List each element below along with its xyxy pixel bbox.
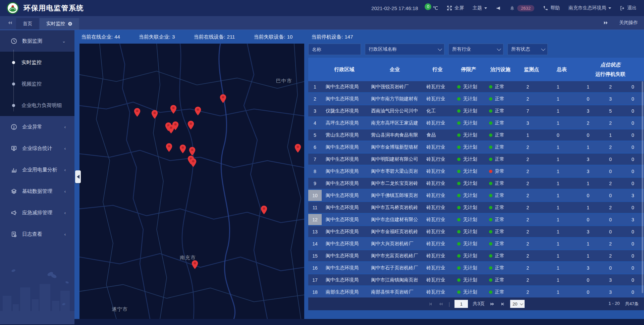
sidebar-item-emergency-reduction[interactable]: 应急减排管理 ‹ <box>0 202 74 223</box>
cell-pollution-facility: 正常 <box>484 214 516 225</box>
map-pin-icon[interactable] <box>261 205 268 215</box>
cell-industry: 砖瓦行业 <box>422 238 452 249</box>
sidebar-item-power-usage-analysis[interactable]: 企业用电量分析 ‹ <box>0 159 74 180</box>
sidebar-item-realtime-monitor[interactable]: 实时监控 <box>0 52 74 73</box>
map-pin-icon[interactable] <box>166 143 173 152</box>
cell-disconnected: 0 <box>622 154 644 165</box>
industry-filter-select[interactable]: 所有行业 <box>448 44 503 55</box>
table-row[interactable]: 14 阆中生态环境局 阆中大兴页岩机砖厂 砖瓦行业 无计划 正常 2 1 1 2… <box>308 238 644 249</box>
table-row[interactable]: 15 阆中生态环境局 阆中市光富页岩机砖厂 砖瓦行业 无计划 正常 2 1 1 … <box>308 250 644 261</box>
name-filter-input[interactable] <box>308 44 361 55</box>
table-row[interactable]: 1 阆中生态环境局 阆中强锐页岩砖厂 砖瓦行业 无计划 正常 2 1 1 2 0 <box>308 81 644 92</box>
phone-icon <box>543 6 548 11</box>
cell-limit-production: 无计划 <box>452 202 484 213</box>
speaker-muted-icon <box>496 6 501 11</box>
tabs-scroll-left-button[interactable] <box>7 20 13 25</box>
pagination-bar: | 共3页 20 1 - 20 共47条 <box>308 297 644 310</box>
table-row[interactable]: 10 阆中生态环境局 阆中千佛镇五郎垭页岩 砖瓦行业 无计划 正常 2 1 0 … <box>308 190 644 201</box>
tabs-scroll-right-button[interactable] <box>603 20 608 25</box>
fullscreen-button[interactable]: 全屏 <box>447 5 464 11</box>
sidebar-collapse-handle[interactable] <box>75 170 81 183</box>
table-row[interactable]: 17 阆中生态环境局 阆中市江南镇阆南页岩 砖瓦行业 无计划 正常 2 1 0 … <box>308 274 644 285</box>
sidebar-nav: 数据监测 ⌄ 实时监控 视频监控 企业电力负荷明细 企业异常 ‹ 企业综合统计 … <box>0 30 74 324</box>
status-filter-select[interactable]: 所有状态 <box>507 44 548 55</box>
map-pin-icon[interactable] <box>195 106 202 116</box>
sidebar-item-data-monitoring[interactable]: 数据监测 ⌄ <box>0 30 74 52</box>
cell-limit-production: 无计划 <box>452 178 484 189</box>
limit-status-dot <box>457 85 461 89</box>
sidebar-item-log-view[interactable]: 日志查看 ‹ <box>0 223 74 245</box>
chevron-down-icon <box>608 7 611 9</box>
double-chevron-right-icon <box>603 20 608 25</box>
logout-button[interactable]: 退出 <box>620 5 637 11</box>
map-pin-icon[interactable] <box>170 105 177 114</box>
cell-stopped: 0 <box>599 190 622 201</box>
logout-icon <box>620 6 625 11</box>
cell-district: 阆中生态环境局 <box>322 202 367 213</box>
cell-limit-production: 无计划 <box>452 190 484 201</box>
table-row[interactable]: 5 营山生态环境局 营山县润丰肉食品有限 食品 无计划 正常 1 0 0 1 0 <box>308 129 644 141</box>
table-row[interactable]: 16 阆中生态环境局 阆中市石子页岩机砖厂 砖瓦行业 无计划 正常 2 1 3 … <box>308 262 644 273</box>
map-pin-icon[interactable] <box>133 107 141 117</box>
table-row[interactable]: 12 阆中生态环境局 阆中市忠信建材有限公 砖瓦行业 无计划 正常 2 1 0 … <box>308 214 644 225</box>
map-pin-icon[interactable] <box>179 144 186 154</box>
table-row[interactable]: 6 阆中生态环境局 阆中市金博瑞新型墙材 砖瓦行业 无计划 正常 2 1 1 2… <box>308 142 644 153</box>
temperature-value: 0 <box>425 3 431 10</box>
tab-realtime-monitor[interactable]: 实时监控 <box>40 18 79 30</box>
table-row[interactable]: 7 阆中生态环境局 阆中明阳建材有限公司 砖瓦行业 无计划 正常 2 1 3 0… <box>308 154 644 165</box>
cell-limit-production: 无计划 <box>452 226 484 237</box>
tab-home[interactable]: 首页 <box>16 18 39 30</box>
map-pin-icon[interactable] <box>191 260 198 270</box>
map-pin-icon[interactable] <box>187 120 195 130</box>
next-page-button[interactable] <box>489 302 495 306</box>
organization-menu-button[interactable]: 南充市生态环境局 <box>569 5 611 11</box>
row-number: 3 <box>308 105 322 116</box>
cell-company: 阆中市金福旺页岩机砖 <box>367 226 422 237</box>
cell-district: 高坪生态环境局 <box>322 117 367 128</box>
map-panel[interactable]: 巴中市南充市遂宁市 <box>79 44 304 319</box>
status-item: 当前在线设备:211 <box>194 34 235 40</box>
map-pin-icon[interactable] <box>190 158 197 168</box>
table-row[interactable]: 4 高坪生态环境局 南充市高坪区王家店建 砖瓦行业 无计划 正常 3 1 2 2… <box>308 117 644 128</box>
sidebar-item-video-monitor[interactable]: 视频监控 <box>0 73 74 95</box>
page-number-input[interactable] <box>454 300 468 308</box>
table-row[interactable]: 18 南部生态环境局 南部县恒丰页岩砖厂 砖瓦行业 无计划 正常 2 1 0 3… <box>308 286 644 297</box>
limit-status-dot <box>457 97 461 101</box>
table-row[interactable]: 11 阆中生态环境局 阆中市五马桥页岩机砖 砖瓦行业 无计划 正常 2 1 1 … <box>308 202 644 213</box>
sidebar-item-enterprise-abnormal[interactable]: 企业异常 ‹ <box>0 116 74 138</box>
cell-monitor-points: 2 <box>517 274 547 285</box>
last-page-button[interactable] <box>500 302 505 306</box>
sidebar-item-enterprise-statistics[interactable]: 企业综合统计 ‹ <box>0 138 74 159</box>
facility-status-dot <box>489 230 492 233</box>
cell-running: 2 <box>577 117 599 128</box>
cell-pollution-facility: 正常 <box>484 202 516 213</box>
sidebar-item-power-load-detail[interactable]: 企业电力负荷明细 <box>0 95 74 116</box>
sidebar-item-basic-data-management[interactable]: 基础数据管理 ‹ <box>0 180 74 202</box>
theme-menu-button[interactable]: 主题 <box>473 5 487 11</box>
first-page-button[interactable] <box>428 302 433 306</box>
sound-toggle-button[interactable] <box>496 6 501 11</box>
enterprise-table: 行政区域 企业 行业 停限产 治污设施 监测点 总表 点位状态 运行 停机 <box>308 58 644 297</box>
map-pin-icon[interactable] <box>220 94 227 103</box>
tab-close-icon[interactable] <box>68 21 72 26</box>
cell-industry: 砖瓦行业 <box>422 250 452 261</box>
top-header-bar: 环保用电监管系统 2021-02-25 17:46:18 0 ℃ 全屏 主题 2… <box>0 0 644 16</box>
region-filter-select[interactable]: 行政区域名称 <box>365 44 444 55</box>
notifications-button[interactable]: 2632 <box>509 5 534 11</box>
table-row[interactable]: 8 阆中生态环境局 阆中市枣碧大梁山页岩 砖瓦行业 无计划 异常 2 1 3 0… <box>308 166 644 177</box>
prev-page-button[interactable] <box>438 302 444 306</box>
table-row[interactable]: 9 阆中生态环境局 阆中市二龙长宝页岩砖 砖瓦行业 无计划 正常 2 1 1 2… <box>308 178 644 189</box>
table-row[interactable]: 3 仪陇生态环境局 西南油气田分公司川中 化工 无计划 正常 7 1 3 5 0 <box>308 105 644 116</box>
help-button[interactable]: 帮助 <box>543 5 560 11</box>
col-district: 行政区域 <box>322 58 367 81</box>
close-operations-button[interactable]: 关闭操作 <box>619 20 638 26</box>
page-size-select[interactable]: 20 <box>510 300 524 308</box>
table-row[interactable]: 2 阆中生态环境局 阆中市南方节能建材有 砖瓦行业 无计划 正常 2 1 0 3… <box>308 93 644 104</box>
cell-disconnected: 0 <box>622 81 644 92</box>
map-pin-icon[interactable] <box>172 121 179 131</box>
chevron-left-icon: ‹ <box>64 167 66 172</box>
map-pin-icon[interactable] <box>294 144 302 153</box>
table-row[interactable]: 13 阆中生态环境局 阆中市金福旺页岩机砖 砖瓦行业 无计划 正常 2 1 3 … <box>308 226 644 237</box>
map-pin-icon[interactable] <box>151 110 158 119</box>
table-scrollbar[interactable] <box>642 81 643 293</box>
